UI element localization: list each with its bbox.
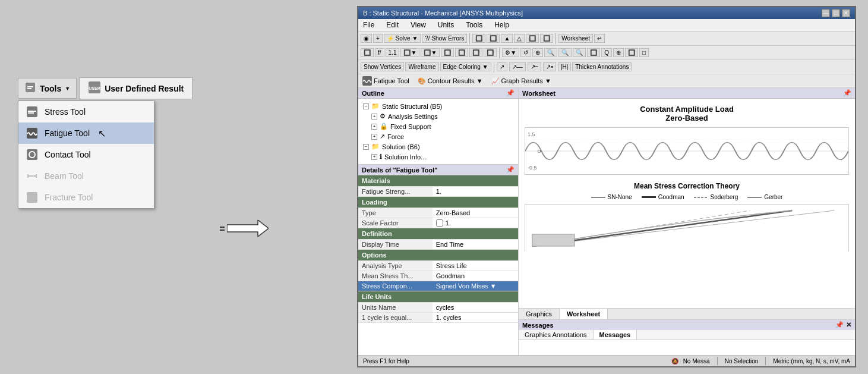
details-content: Materials Fatigue Streng... 1. Loading [358,175,518,355]
solve-btn[interactable]: ⚡ Solve ▼ [384,34,421,43]
back-btn[interactable]: ◉ [361,34,372,43]
stress-tool-item[interactable]: Stress Tool [18,101,154,122]
expand-solution-info[interactable]: + [371,154,377,160]
t2-btn3[interactable]: 1.1 [386,48,400,57]
t2-btn18[interactable]: ⊕ [613,48,624,57]
user-defined-button[interactable]: USER User Defined Result [79,77,192,99]
maximize-button[interactable]: □ [832,9,840,17]
t2-btn10[interactable]: ⚙▼ [502,48,519,57]
menu-help[interactable]: Help [492,20,512,30]
contact-tool-item[interactable]: Contact Tool [18,144,154,165]
edge-coloring-btn[interactable]: Edge Coloring ▼ [440,62,491,71]
svg-rect-22 [532,234,575,246]
solution-folder-icon: 📁 [371,143,380,150]
t2-btn20[interactable]: □ [639,48,649,57]
btn5[interactable]: 🔲 [526,34,539,43]
menu-tools[interactable]: Tools [463,20,485,30]
hook-btn[interactable]: ↵ [594,34,605,43]
tree-item-solution-info[interactable]: + ℹ Solution Info... [369,152,516,162]
curve-tool-btn[interactable]: ↗~ [528,62,542,71]
t2-btn13[interactable]: 🔍 [544,48,557,57]
close-button[interactable]: ✕ [842,9,850,17]
wireframe-btn[interactable]: Wireframe [405,62,438,71]
t2-btn2[interactable]: f/ [375,48,384,57]
h-bar-btn[interactable]: |H| [558,62,571,71]
t2-btn15[interactable]: 🔍 [573,48,586,57]
fixed-support-icon: 🔒 [380,122,388,130]
life-units-header: Life Units [358,291,518,303]
messages-tab[interactable]: Messages [594,330,637,340]
tree-item-static[interactable]: − 📁 Static Structural (B5) [361,101,516,111]
contour-results-btn[interactable]: 🎨 Contour Results ▼ [416,77,485,86]
stress-component-value[interactable]: Signed Von Mises ▼ [433,281,518,291]
mean-stress-row: Mean Stress Th... Goodman [358,271,518,281]
arrow-tool-btn[interactable]: ↗ [497,62,507,71]
left-panel: Tools ▼ USER User Defined Result [18,77,220,209]
messages-close[interactable]: ✕ [846,321,851,329]
expand-solution[interactable]: − [363,144,369,150]
worksheet-tab[interactable]: Worksheet [560,309,608,319]
add-btn[interactable]: + [373,34,383,43]
line-tool-btn[interactable]: ↗— [509,62,526,71]
tree-item-analysis-settings[interactable]: + ⚙ Analysis Settings [369,111,516,121]
t2-btn8[interactable]: 🔲 [469,48,482,57]
goodman-line [642,196,656,198]
definition-header: Definition [358,228,518,240]
fracture-tool-icon [26,191,39,204]
tools-button[interactable]: Tools ▼ [18,78,77,99]
expand-force[interactable]: + [371,134,377,140]
worksheet-btn[interactable]: Worksheet [558,34,593,43]
tree-item-fixed-support[interactable]: + 🔒 Fixed Support [369,121,516,131]
graph-results-btn[interactable]: 📈 Graph Results ▼ [490,77,553,86]
scale-factor-checkbox[interactable] [436,219,443,227]
no-selection-text: No Selection [725,358,759,364]
tree-item-force[interactable]: + ↗ Force [369,131,516,142]
fatigue-tool-btn[interactable]: Fatigue Tool [361,76,411,86]
t2-btn9[interactable]: 🔲 [484,48,497,57]
fracture-tool-item[interactable]: Fracture Tool [18,187,154,208]
options-header: Options [358,250,518,261]
status-right: 🔕 No Messa No Selection Metric (mm, kg, … [671,357,850,365]
menu-file[interactable]: File [361,20,377,30]
btn4[interactable]: △ [514,34,525,43]
t2-btn5[interactable]: 🔲▼ [421,48,440,57]
menu-units[interactable]: Units [435,20,456,30]
t2-btn7[interactable]: 🔲 [455,48,468,57]
t2-btn11[interactable]: ↺ [520,48,531,57]
t2-btn14[interactable]: 🔍 [558,48,572,57]
fracture-tool-label: Fracture Tool [45,193,93,202]
loading-section: Loading [358,197,518,208]
t2-btn4[interactable]: 🔲▼ [400,48,419,57]
t2-btn1[interactable]: 🔲 [361,48,374,57]
fatigue-tool-item[interactable]: Fatigue Tool ↖ [18,122,154,144]
stress-component-label: Stress Compon... [358,281,433,291]
show-errors-btn[interactable]: ?/ Show Errors [422,34,467,43]
graphics-annotations-tab[interactable]: Graphics Annotations [519,330,594,340]
analysis-settings-label: Analysis Settings [388,113,438,120]
btn1[interactable]: 🔲 [472,34,485,43]
t2-btn12[interactable]: ⊕ [532,48,543,57]
expand-analysis[interactable]: + [371,114,377,120]
arrow2-btn[interactable]: ↗• [543,62,556,71]
expand-fixed[interactable]: + [371,124,377,130]
details-pin-icon: 📌 [506,166,515,174]
expand-static[interactable]: − [363,103,369,109]
minimize-button[interactable]: — [822,9,830,17]
t2-btn17[interactable]: Q [601,48,612,57]
beam-tool-item[interactable]: Beam Tool [18,165,154,187]
graphics-tab[interactable]: Graphics [519,309,560,319]
show-vertices-btn[interactable]: Show Vertices [361,62,404,71]
thicken-annotations-btn[interactable]: Thicken Annotations [572,62,632,71]
user-defined-icon: USER [88,81,101,96]
btn6[interactable]: 🔲 [540,34,553,43]
chart1-area: 1.5 -0.5 0 [525,127,849,175]
btn3[interactable]: ▲ [501,34,513,43]
menu-view[interactable]: View [408,20,428,30]
t2-btn6[interactable]: 🔲 [441,48,454,57]
user-defined-label: User Defined Result [105,84,184,93]
t2-btn19[interactable]: 🔲 [625,48,638,57]
tree-item-solution[interactable]: − 📁 Solution (B6) [361,142,516,152]
menu-edit[interactable]: Edit [384,20,401,30]
t2-btn16[interactable]: 🔲 [587,48,600,57]
btn2[interactable]: 🔲 [487,34,500,43]
